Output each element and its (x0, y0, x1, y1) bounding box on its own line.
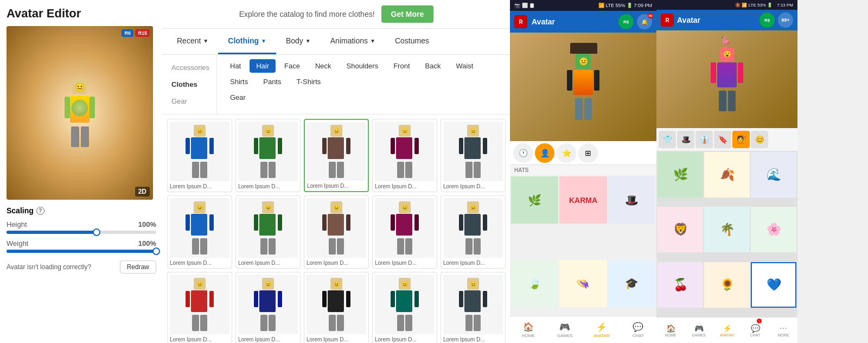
favorite-tool-btn[interactable]: ⭐ (557, 143, 576, 163)
robux-icon-2[interactable]: R$ (760, 12, 775, 28)
sub-btn-shirts[interactable]: Shirts (224, 75, 254, 88)
mobile-nav-chat[interactable]: 💬 CHAT (620, 316, 657, 343)
item-card[interactable]: 😐 Lorem Ipsum D... (441, 272, 506, 343)
redraw-button[interactable]: Redraw (120, 261, 156, 274)
item-card[interactable]: 😐 Lorem Ipsum D... (167, 195, 232, 269)
weight-value: 100% (138, 239, 156, 247)
sub-accessories[interactable]: Accessories (163, 59, 216, 76)
weight-slider-track[interactable] (7, 250, 156, 253)
chevron-down-icon: ▼ (261, 38, 266, 44)
tab-body[interactable]: Body ▼ (276, 29, 321, 54)
mobile-item[interactable]: KARMA (559, 176, 607, 224)
m2-face-btn[interactable]: 😊 (751, 131, 768, 148)
chevron-down-icon: ▼ (370, 38, 375, 44)
sub-btn-neck[interactable]: Neck (309, 59, 338, 73)
mobile-nav-avatar[interactable]: ⚡ AVATAR (583, 316, 620, 343)
m2-nav-more[interactable]: ⋯ MORE (769, 317, 797, 343)
notification-icon-2[interactable]: 99+ (778, 12, 793, 28)
m2-nav-games[interactable]: 🎮 GAMES (685, 317, 713, 343)
mobile-item[interactable]: 🎩 (608, 176, 655, 224)
sub-gear[interactable]: Gear (163, 93, 216, 110)
item-card[interactable]: 😐 Lorem Ipsum D... (235, 119, 301, 192)
item-card[interactable]: 😐 Lorem Ipsum D... (304, 195, 369, 269)
catalog-nav: Recent ▼ Clothing ▼ Body ▼ Animations ▼ … (163, 29, 510, 55)
item-card[interactable]: 😐 Lorem Ipsum D... (304, 272, 369, 343)
m2-hair-btn[interactable]: 💇 (732, 131, 750, 148)
m2-item[interactable]: 🍂 (704, 152, 750, 198)
badge-2d[interactable]: 2D (135, 187, 150, 196)
m2-item[interactable]: 🦁 (658, 207, 703, 252)
item-card[interactable]: 😐 Lorem Ipsum D... (372, 119, 437, 192)
m2-nav-chat[interactable]: 💬 CHAT 1 (741, 317, 769, 343)
mobile-title-2: Avatar (677, 16, 756, 24)
tab-recent[interactable]: Recent ▼ (167, 29, 218, 54)
sub-btn-hair[interactable]: Hair (250, 59, 276, 73)
m2-item[interactable]: 🌊 (751, 152, 796, 198)
sub-btn-face[interactable]: Face (278, 59, 307, 73)
avatar-editor-panel: Avatar Editor R6 R15 2D (0, 0, 163, 343)
sub-btn-front[interactable]: Front (387, 59, 416, 73)
robux-icon[interactable]: R$ (618, 14, 634, 29)
get-more-button[interactable]: Get More (381, 5, 434, 23)
item-card[interactable]: 😐 Lorem Ipsum D... (441, 195, 506, 269)
m2-item[interactable]: 🌴 (704, 207, 750, 252)
item-card[interactable]: 😐 Lorem Ipsum D... (235, 195, 301, 269)
height-slider-track[interactable] (7, 231, 156, 234)
m2-hat-btn[interactable]: 🎩 (677, 131, 694, 148)
scaling-help-icon[interactable]: ? (36, 207, 44, 215)
sub-btn-waist[interactable]: Waist (449, 59, 480, 73)
catalog-banner: Explore the catalog to find more clothes… (163, 0, 510, 29)
clothes-row: Shirts Pants T-Shirts (224, 75, 480, 88)
sub-btn-gear[interactable]: Gear (224, 91, 252, 104)
item-image: 😐 (238, 275, 298, 334)
mobile-item[interactable]: 🍃 (511, 260, 558, 307)
height-slider-thumb[interactable] (93, 228, 100, 236)
sub-clothes[interactable]: Clothes (163, 76, 216, 93)
item-card[interactable]: 😐 Lorem Ipsum D... (304, 119, 369, 192)
recent-tool-btn[interactable]: 🕐 (513, 143, 533, 163)
height-label: Height (7, 220, 27, 228)
m2-item[interactable]: 🌻 (704, 262, 750, 308)
item-card[interactable]: 😐 Lorem Ipsum D... (167, 119, 232, 192)
item-card[interactable]: 😐 Lorem Ipsum D... (372, 195, 437, 269)
weight-slider-thumb[interactable] (152, 247, 160, 255)
m2-item-selected[interactable]: 💙 (751, 262, 796, 308)
item-card[interactable]: 😐 Lorem Ipsum D... (372, 272, 437, 343)
m2-nav-avatar[interactable]: ⚡ AVATAR (713, 317, 741, 343)
tab-costumes[interactable]: Costumes (385, 29, 439, 54)
item-card[interactable]: 😐 Lorem Ipsum D... (235, 272, 301, 343)
badge-r6[interactable]: R6 (122, 29, 133, 37)
item-card[interactable]: 😐 Lorem Ipsum D... (441, 119, 506, 192)
accessories-row: Hat Hair Face Neck Shoulders Front Back … (224, 59, 480, 73)
mobile-nav-home[interactable]: 🏠 HOME (510, 316, 547, 343)
height-slider-fill (7, 231, 97, 234)
item-card[interactable]: 😐 Lorem Ipsum D... (167, 272, 232, 343)
sub-btn-pants[interactable]: Pants (257, 75, 288, 88)
item-image: 😐 (307, 275, 366, 334)
grid-tool-btn[interactable]: ⊞ (578, 143, 598, 163)
mobile-item[interactable]: 👒 (559, 260, 607, 307)
m2-shirt2-btn[interactable]: 👔 (695, 131, 713, 148)
m2-nav-home[interactable]: 🏠 HOME (656, 317, 685, 343)
weight-slider-row: Weight 100% (7, 239, 156, 253)
m2-bookmark-btn[interactable]: 🔖 (714, 131, 731, 148)
m2-item[interactable]: 🌸 (751, 207, 796, 252)
sub-btn-back[interactable]: Back (419, 59, 448, 73)
mobile-item[interactable]: 🌿 (511, 176, 558, 224)
m2-item[interactable]: 🍒 (658, 262, 703, 308)
sub-btn-tshirts[interactable]: T-Shirts (290, 75, 327, 88)
tab-clothing[interactable]: Clothing ▼ (218, 29, 276, 54)
tab-animations[interactable]: Animations ▼ (321, 29, 385, 54)
mobile-nav-games[interactable]: 🎮 GAMES (547, 316, 584, 343)
m2-item[interactable]: 🌿 (658, 152, 703, 198)
avatar-tool-btn[interactable]: 👤 (535, 143, 554, 163)
m2-shirt-btn[interactable]: 👕 (659, 131, 676, 148)
badge-r15[interactable]: R15 (135, 29, 150, 37)
avatar-leg-right (81, 126, 89, 147)
sub-btn-hat[interactable]: Hat (224, 59, 247, 73)
notification-icon[interactable]: 🔔99 (637, 14, 652, 29)
mobile-header-1: R Avatar R$ 🔔99 (510, 11, 656, 33)
sub-btn-shoulders[interactable]: Shoulders (340, 59, 385, 73)
avatar-torso-wrap (68, 96, 92, 125)
mobile-item[interactable]: 🎓 (608, 260, 655, 307)
